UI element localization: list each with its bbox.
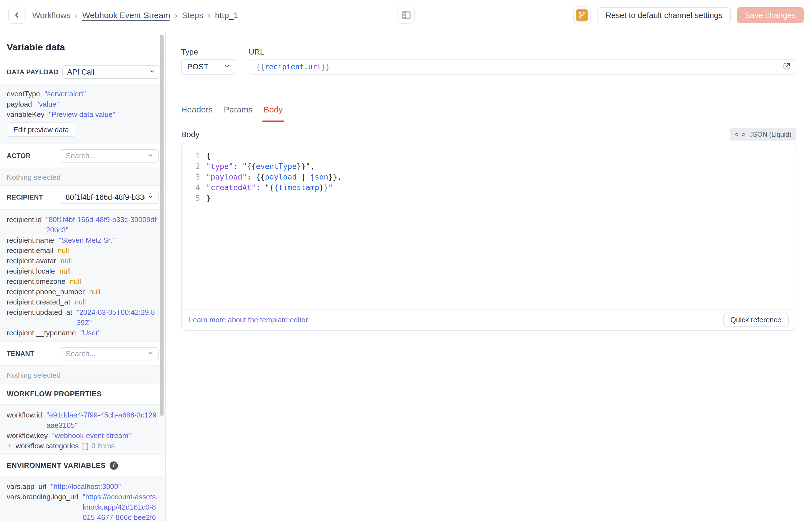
sidebar-scrollbar[interactable] (160, 35, 164, 416)
code-line: 2"type": "{{eventType}}", (182, 161, 796, 172)
kv-key: recipient.created_at (7, 297, 70, 307)
environment-variables-heading: ENVIRONMENT VARIABLES i (0, 455, 165, 476)
header-actions: Reset to default channel settings Save c… (573, 6, 804, 24)
type-group: Type POST (181, 47, 236, 74)
data-payload-row: DATA PAYLOAD API Call (0, 61, 165, 84)
kv-row: workflow.id "e91ddae4-7f99-45cb-a688-3c1… (7, 410, 159, 431)
recipient-label: RECIPIENT (7, 194, 43, 201)
url-value: {{recipient.url}} (256, 63, 783, 71)
code-line: 1{ (182, 151, 796, 161)
kv-value: "http://localhost:3000" (51, 481, 121, 492)
tab-params[interactable]: Params (224, 105, 252, 121)
categories-brackets: [ ] (82, 441, 88, 451)
environment-variables-label: ENVIRONMENT VARIABLES (7, 461, 106, 470)
kv-row: vars.branding.logo_url "https://account-… (7, 492, 159, 521)
url-group: URL {{recipient.url}} (249, 47, 796, 74)
chevron-down-icon (223, 63, 230, 71)
code-line: 5} (182, 193, 796, 203)
quick-reference-button[interactable]: Quick reference (723, 313, 789, 327)
external-link-icon[interactable] (783, 62, 791, 71)
method-select[interactable]: POST (181, 59, 236, 74)
kv-row: recipient.email null (7, 246, 159, 256)
kv-key: recipient.avatar (7, 256, 56, 266)
kv-value: null (75, 297, 86, 307)
kv-row: eventType "server:alert" (7, 89, 159, 99)
info-icon[interactable]: i (110, 461, 118, 470)
kv-row: vars.app_url "http://localhost:3000" (7, 481, 159, 492)
environment-variables-section: vars.app_url "http://localhost:3000" var… (0, 476, 165, 521)
tab-headers[interactable]: Headers (181, 105, 213, 121)
tenant-select[interactable]: Search... (61, 347, 159, 360)
kv-key: recipient.email (7, 246, 53, 256)
kv-value: null (59, 266, 70, 276)
breadcrumb-separator: › (75, 10, 78, 20)
kv-key: recipient.timezone (7, 276, 65, 287)
line-number: 1 (182, 151, 200, 161)
save-changes-button[interactable]: Save changes (737, 7, 804, 23)
kv-value: "Preview data value" (49, 109, 115, 120)
git-branch-icon (576, 9, 588, 21)
actor-empty-state: Nothing selected (0, 167, 165, 186)
kv-value: null (58, 246, 69, 256)
tenant-row: TENANT Search... (0, 342, 165, 365)
reset-channel-settings-button[interactable]: Reset to default channel settings (597, 7, 731, 23)
kv-row: recipient.locale null (7, 266, 159, 276)
url-input[interactable]: {{recipient.url}} (249, 59, 796, 74)
chevron-down-icon (147, 194, 153, 201)
language-badge: < > JSON (Liquid) (730, 128, 796, 140)
breadcrumb-separator: › (208, 10, 211, 20)
variable-data-sidebar: Variable data DATA PAYLOAD API Call even… (0, 32, 166, 521)
recipient-select-value: 80f1f4bf-166d-48f9-b33c (66, 193, 145, 202)
edit-preview-data-button[interactable]: Edit preview data (7, 122, 75, 137)
kv-key: workflow.key (7, 431, 48, 441)
data-payload-select-value: API Call (67, 68, 95, 76)
kv-key: workflow.categories (16, 441, 79, 451)
code-brackets-icon: < > (735, 131, 746, 138)
sidebar-title: Variable data (0, 32, 165, 61)
chevron-down-icon (149, 68, 155, 76)
back-button[interactable] (8, 7, 26, 24)
language-badge-label: JSON (Liquid) (749, 131, 791, 138)
breadcrumb-item[interactable]: Webhook Event Stream (82, 10, 170, 20)
kv-value: null (70, 276, 81, 287)
chevron-down-icon (147, 350, 153, 357)
kv-key: workflow.id (7, 410, 42, 431)
chevron-left-icon (13, 11, 21, 20)
kv-value: "80f1f4bf-166d-48f9-b33c-39009df20bc3" (46, 214, 159, 235)
actor-row: ACTOR Search... (0, 144, 165, 167)
kv-value: "https://account-assets.knock.app/42d161… (82, 492, 159, 521)
type-label: Type (181, 47, 236, 57)
kv-key: recipient.updated_at (7, 307, 72, 328)
panel-toggle-button[interactable] (398, 7, 415, 24)
kv-row: recipient.phone_number null (7, 287, 159, 297)
recipient-select[interactable]: 80f1f4bf-166d-48f9-b33c (61, 191, 159, 204)
code-line: 3"payload": {{payload | json}}, (182, 172, 796, 182)
template-editor-docs-link[interactable]: Learn more about the template editor (189, 316, 308, 324)
tab-body[interactable]: Body (264, 105, 283, 121)
kv-row: payload "value" (7, 99, 159, 109)
kv-row: recipient.__typename "User" (7, 328, 159, 338)
tabs: HeadersParamsBody (181, 105, 796, 122)
breadcrumb-separator: › (175, 10, 177, 20)
kv-key: eventType (7, 89, 40, 99)
kv-row: recipient.avatar null (7, 256, 159, 266)
actor-select[interactable]: Search... (61, 149, 159, 162)
kv-key: recipient.phone_number (7, 287, 85, 297)
tenant-empty-state: Nothing selected (0, 365, 165, 384)
kv-value: "e91ddae4-7f99-45cb-a688-3c129aae3105" (46, 410, 159, 431)
kv-key: payload (7, 99, 32, 109)
commit-button[interactable] (573, 6, 591, 24)
code-area[interactable]: 1{2"type": "{{eventType}}",3"payload": {… (182, 143, 796, 309)
kv-value: "2024-03-05T00:42:29.839Z" (77, 307, 159, 328)
actor-label: ACTOR (7, 152, 31, 160)
workflow-categories-row[interactable]: workflow.categories [ ] 0 items (7, 441, 159, 451)
code-line: 4"createdAt": "{{timestamp}}" (182, 182, 796, 193)
kv-value: "Steven Metz Sr." (59, 235, 115, 246)
kv-key: recipient.name (7, 235, 54, 246)
workflow-properties-heading: WORKFLOW PROPERTIES (0, 384, 165, 404)
data-payload-select[interactable]: API Call (62, 65, 160, 79)
request-config-row: Type POST URL {{recipient.url}} (181, 47, 796, 74)
kv-value: "server:alert" (45, 89, 86, 99)
line-number: 3 (182, 172, 200, 182)
kv-key: recipient.locale (7, 266, 55, 276)
